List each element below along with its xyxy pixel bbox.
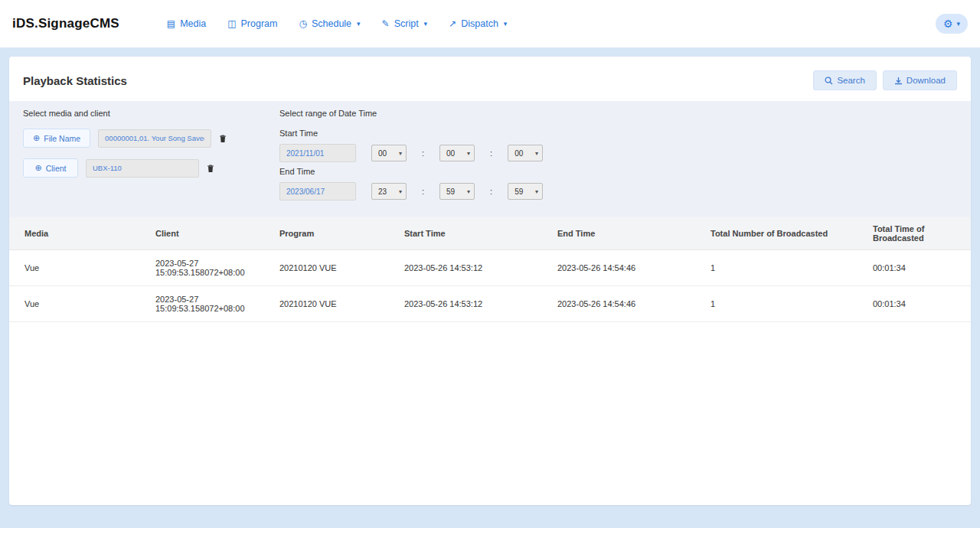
schedule-icon: ◷ — [299, 19, 306, 28]
chevron-down-icon: ▾ — [467, 150, 470, 157]
start-hour-value: 00 — [378, 149, 387, 158]
chevron-down-icon: ▾ — [504, 20, 508, 28]
cell-client: 2023-05-27 15:09:53.158072+08:00 — [149, 286, 273, 322]
chevron-down-icon: ▾ — [424, 20, 428, 28]
end-time-row: 23 ▾ : 59 ▾ : 59 ▾ — [279, 182, 957, 201]
download-button[interactable]: Download — [883, 70, 957, 90]
end-second-select[interactable]: 59 ▾ — [508, 183, 543, 200]
nav-item-program[interactable]: ◫ Program — [227, 18, 277, 29]
nav-item-schedule[interactable]: ◷ Schedule ▾ — [299, 18, 360, 29]
client-button[interactable]: ⊕ Client — [23, 158, 78, 178]
main-nav: ▤ Media ◫ Program ◷ Schedule ▾ ✎ Script … — [167, 18, 508, 29]
nav-item-script-label: Script — [394, 18, 419, 29]
search-button[interactable]: Search — [813, 70, 876, 90]
col-header-media: Media — [9, 217, 149, 250]
chevron-down-icon: ▾ — [399, 188, 402, 195]
filter-panel: Select media and client ⊕ File Name ⊕ Cl… — [9, 101, 971, 217]
media-icon: ▤ — [167, 19, 175, 28]
cell-total-time: 00:01:34 — [867, 286, 971, 322]
script-icon: ✎ — [382, 19, 390, 28]
nav-item-dispatch[interactable]: ↗ Dispatch ▾ — [449, 18, 507, 29]
trash-icon — [219, 134, 227, 143]
cell-program: 20210120 VUE — [273, 250, 398, 286]
file-name-button-label: File Name — [44, 134, 80, 143]
chevron-down-icon: ▾ — [535, 188, 538, 195]
chevron-down-icon: ▾ — [467, 188, 470, 195]
search-icon — [825, 77, 833, 85]
start-time-label: Start Time — [279, 129, 957, 138]
client-value-input[interactable] — [86, 159, 199, 178]
chevron-down-icon: ▾ — [535, 150, 538, 157]
start-second-value: 00 — [514, 149, 523, 158]
nav-item-script[interactable]: ✎ Script ▾ — [382, 18, 428, 29]
col-header-program: Program — [273, 217, 398, 250]
cell-start-time: 2023-05-26 14:53:12 — [398, 286, 551, 322]
file-name-row: ⊕ File Name — [23, 129, 279, 148]
client-row: ⊕ Client — [23, 158, 279, 178]
cell-total-number: 1 — [704, 250, 867, 286]
time-separator: : — [490, 148, 492, 158]
start-minute-value: 00 — [446, 149, 455, 158]
settings-menu-button[interactable]: ⚙ ▾ — [936, 14, 968, 34]
nav-item-dispatch-label: Dispatch — [461, 18, 498, 29]
start-date-input[interactable] — [279, 144, 356, 162]
app-logo-prefix: iDS. — [12, 16, 38, 31]
chevron-down-icon: ▾ — [956, 20, 960, 28]
program-icon: ◫ — [227, 19, 236, 28]
time-separator: : — [490, 187, 492, 196]
delete-client-button[interactable] — [207, 164, 214, 173]
file-name-value-input[interactable] — [98, 129, 211, 148]
time-separator: : — [422, 187, 424, 196]
page-title: Playback Statistics — [23, 74, 127, 87]
delete-file-name-button[interactable] — [219, 134, 227, 143]
playback-statistics-card: Playback Statistics Search Download Sele… — [9, 57, 971, 505]
app-logo: iDS.SignageCMS — [12, 16, 119, 31]
end-hour-value: 23 — [378, 187, 387, 196]
start-minute-select[interactable]: 00 ▾ — [439, 145, 475, 161]
table-header-row: Media Client Program Start Time End Time… — [9, 217, 971, 250]
end-minute-value: 59 — [446, 187, 455, 196]
end-second-value: 59 — [514, 187, 523, 196]
nav-item-program-label: Program — [241, 18, 278, 29]
search-button-label: Search — [837, 76, 864, 85]
nav-item-media[interactable]: ▤ Media — [167, 18, 206, 29]
col-header-client: Client — [149, 217, 273, 250]
nav-item-schedule-label: Schedule — [312, 18, 351, 29]
gear-icon: ⚙ — [943, 18, 953, 30]
cell-program: 20210120 VUE — [273, 286, 398, 322]
col-header-total-number: Total Number of Broadcasted — [704, 217, 867, 250]
client-button-label: Client — [46, 164, 67, 173]
cell-end-time: 2023-05-26 14:54:46 — [551, 250, 704, 286]
cell-total-time: 00:01:34 — [867, 250, 971, 286]
media-client-filter: Select media and client ⊕ File Name ⊕ Cl… — [23, 109, 279, 205]
time-separator: : — [422, 148, 424, 158]
chevron-down-icon: ▾ — [357, 20, 361, 28]
nav-item-media-label: Media — [180, 18, 206, 29]
playback-statistics-table: Media Client Program Start Time End Time… — [9, 217, 971, 322]
col-header-start-time: Start Time — [398, 217, 551, 250]
plus-circle-icon: ⊕ — [34, 163, 41, 173]
media-client-filter-title: Select media and client — [23, 109, 279, 118]
card-header: Playback Statistics Search Download — [9, 57, 971, 101]
end-minute-select[interactable]: 59 ▾ — [439, 183, 475, 200]
date-range-filter: Select range of Date Time Start Time 00 … — [279, 109, 957, 205]
end-date-input[interactable] — [279, 182, 356, 201]
cell-client: 2023-05-27 15:09:53.158072+08:00 — [149, 250, 273, 286]
chevron-down-icon: ▾ — [399, 150, 402, 157]
table-row: Vue 2023-05-27 15:09:53.158072+08:00 202… — [9, 286, 971, 322]
trash-icon — [207, 164, 214, 173]
cell-media: Vue — [9, 286, 149, 322]
top-navigation-bar: iDS.SignageCMS ▤ Media ◫ Program ◷ Sched… — [0, 0, 980, 47]
end-time-label: End Time — [279, 167, 957, 176]
start-second-select[interactable]: 00 ▾ — [508, 145, 543, 161]
start-hour-select[interactable]: 00 ▾ — [371, 145, 407, 161]
file-name-button[interactable]: ⊕ File Name — [23, 129, 90, 148]
col-header-total-time: Total Time of Broadcasted — [867, 217, 971, 250]
end-hour-select[interactable]: 23 ▾ — [371, 183, 407, 200]
download-icon — [894, 77, 903, 85]
plus-circle-icon: ⊕ — [33, 133, 40, 143]
cell-total-number: 1 — [704, 286, 867, 322]
date-range-filter-title: Select range of Date Time — [279, 109, 957, 118]
col-header-end-time: End Time — [551, 217, 704, 250]
cell-media: Vue — [9, 250, 149, 286]
